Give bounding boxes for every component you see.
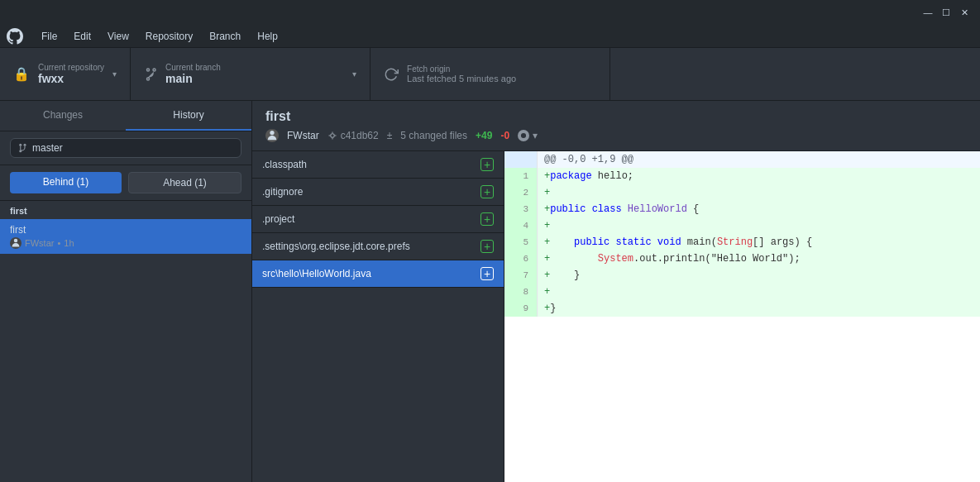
repo-chevron-icon: ▾ (112, 69, 117, 79)
file-add-icon-selected: + (480, 267, 494, 280)
branch-chevron-icon: ▾ (352, 69, 356, 79)
menu-view[interactable]: View (99, 27, 137, 45)
branch-input[interactable] (32, 142, 234, 154)
fetch-label-top: Fetch origin (407, 64, 516, 74)
menu-branch[interactable]: Branch (201, 27, 249, 45)
repo-selector[interactable]: 🔒 Current repository fwxx ▾ (0, 48, 131, 100)
title-bar-controls: — ☐ ✕ (922, 7, 970, 18)
behind-button[interactable]: Behind (1) (10, 172, 122, 193)
file-item-classpath[interactable]: .classpath + (252, 151, 504, 179)
minimize-button[interactable]: — (922, 7, 934, 18)
branch-icon (144, 68, 157, 81)
diff-line-4: 4 + (504, 217, 980, 234)
diff-line-6: 6 + System.out.println("Hello World"); (504, 251, 980, 267)
changed-files-count: 5 changed files (400, 130, 467, 141)
svg-point-6 (330, 134, 334, 138)
file-add-icon: + (480, 158, 494, 171)
title-bar: — ☐ ✕ (0, 0, 980, 25)
file-name: src\hello\HelloWorld.java (262, 268, 371, 279)
branch-input-wrapper (10, 138, 241, 158)
main-layout: Changes History Behind (1) Ahead (1) fir… (0, 101, 980, 482)
gear-button[interactable]: ▾ (518, 130, 538, 141)
file-name: .settings\org.eclipse.jdt.core.prefs (262, 241, 410, 252)
diff-line-7: 7 + } (504, 267, 980, 284)
diff-area: .classpath + .gitignore + .project + .se… (252, 151, 980, 482)
commit-list: first first FWstar • 1h (0, 201, 251, 482)
hash-icon (327, 131, 337, 141)
branch-label-top: Current branch (165, 63, 221, 72)
ahead-button[interactable]: Ahead (1) (128, 172, 241, 193)
diff-view: @@ -0,0 +1,9 @@ 1 +package hello; 2 + 3 … (504, 151, 980, 482)
sidebar: Changes History Behind (1) Ahead (1) fir… (0, 101, 252, 482)
diff-line-3: 3 +public class HelloWorld { (504, 201, 980, 217)
commit-header-title: first (265, 109, 967, 124)
file-add-icon: + (480, 185, 494, 198)
branch-small-icon (17, 143, 27, 153)
svg-point-0 (19, 144, 22, 146)
lock-icon: 🔒 (13, 66, 30, 82)
file-item-project[interactable]: .project + (252, 206, 504, 233)
tab-history[interactable]: History (126, 101, 251, 131)
fetch-label-main: Last fetched 5 minutes ago (407, 74, 516, 84)
file-item-eclipse-prefs[interactable]: .settings\org.eclipse.jdt.core.prefs + (252, 233, 504, 260)
file-list: .classpath + .gitignore + .project + .se… (252, 151, 504, 482)
commit-header: first FWstar c41db62 ± 5 changed files +… (252, 101, 980, 151)
plus-icon: ± (387, 130, 393, 141)
diff-line-8: 8 + (504, 284, 980, 300)
fetch-button[interactable]: Fetch origin Last fetched 5 minutes ago (370, 48, 610, 100)
commit-header-meta: FWstar c41db62 ± 5 changed files +49 -0 … (265, 129, 967, 142)
maximize-button[interactable]: ☐ (940, 7, 952, 18)
commit-meta: FWstar • 1h (10, 237, 241, 249)
diff-line-2: 2 + (504, 184, 980, 201)
deletions-count: -0 (500, 130, 509, 141)
refresh-icon (384, 67, 399, 82)
diff-header-line: @@ -0,0 +1,9 @@ (504, 151, 980, 168)
svg-point-4 (14, 239, 18, 243)
toolbar: 🔒 Current repository fwxx ▾ Current bran… (0, 48, 980, 101)
diff-header-text: @@ -0,0 +1,9 @@ (538, 151, 980, 168)
file-add-icon: + (480, 212, 494, 226)
file-name: .gitignore (262, 186, 303, 198)
branch-filter-row (0, 131, 251, 165)
commit-author-avatar (265, 129, 279, 142)
additions-count: +49 (476, 130, 492, 141)
commit-item[interactable]: first FWstar • 1h (0, 219, 251, 254)
tab-changes[interactable]: Changes (0, 101, 126, 131)
commit-group-header: first (0, 201, 251, 219)
close-button[interactable]: ✕ (958, 7, 970, 18)
svg-point-2 (24, 144, 26, 146)
menu-repository[interactable]: Repository (137, 27, 201, 45)
branch-selector[interactable]: Current branch main ▾ (131, 48, 370, 100)
commit-author: FWstar (25, 238, 54, 248)
diff-line-9: 9 +} (504, 300, 980, 317)
commit-hash-value: c41db62 (341, 130, 379, 141)
repo-label-top: Current repository (38, 63, 104, 72)
commit-author-name: FWstar (287, 130, 319, 141)
commit-time: 1h (64, 238, 74, 248)
file-item-gitignore[interactable]: .gitignore + (252, 179, 504, 206)
menu-edit[interactable]: Edit (65, 27, 99, 45)
menu-file[interactable]: File (33, 27, 65, 45)
file-name: .classpath (262, 159, 307, 170)
right-panel: first FWstar c41db62 ± 5 changed files +… (252, 101, 980, 482)
commit-avatar (10, 237, 22, 249)
diff-line-1: 1 +package hello; (504, 168, 980, 184)
behind-ahead-row: Behind (1) Ahead (1) (0, 165, 251, 201)
menu-help[interactable]: Help (249, 27, 286, 45)
gear-icon (518, 130, 529, 141)
commit-title: first (10, 224, 241, 236)
svg-point-5 (270, 131, 274, 135)
github-logo-icon (7, 28, 23, 45)
file-item-helloworld[interactable]: src\hello\HelloWorld.java + (252, 260, 504, 288)
branch-name: main (165, 72, 221, 85)
file-add-icon: + (480, 240, 494, 253)
sidebar-tabs: Changes History (0, 101, 251, 131)
repo-name: fwxx (38, 72, 104, 85)
menu-bar: File Edit View Repository Branch Help (0, 25, 980, 48)
commit-hash: c41db62 (327, 130, 379, 141)
diff-line-5: 5 + public static void main(String[] arg… (504, 234, 980, 251)
file-name: .project (262, 213, 294, 225)
